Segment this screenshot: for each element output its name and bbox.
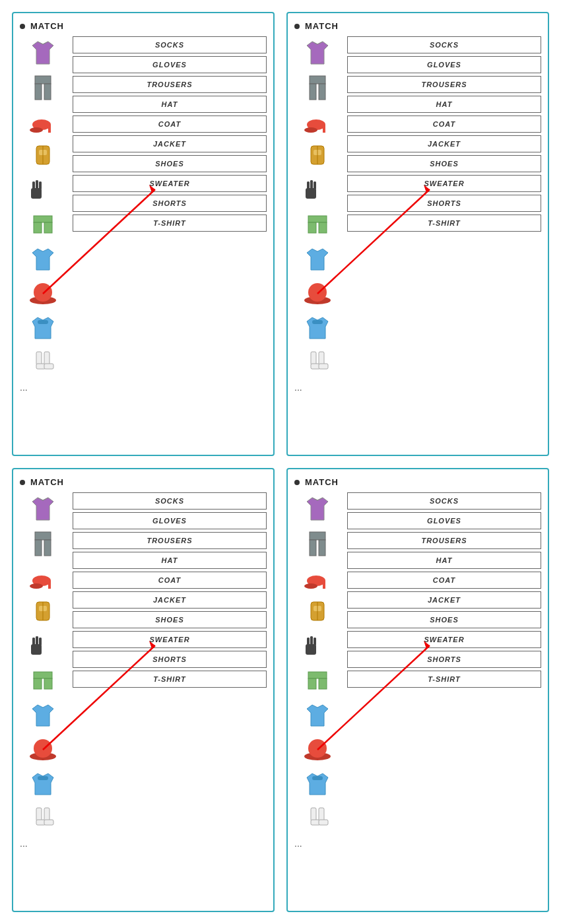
svg-rect-27: [38, 320, 48, 324]
clothing-item-2: [298, 561, 337, 595]
clothing-item-4: [298, 174, 337, 208]
clothing-item-8: [23, 311, 63, 345]
svg-rect-41: [323, 125, 325, 133]
svg-rect-52: [310, 180, 313, 189]
word-box-8[interactable]: SHORTS: [73, 651, 267, 668]
word-box-7[interactable]: SWEATER: [73, 175, 267, 192]
clothing-item-4: [298, 630, 337, 664]
clothing-item-6: [298, 698, 337, 733]
clothing-item-3: [23, 139, 63, 174]
svg-rect-16: [32, 188, 42, 199]
word-box-4[interactable]: COAT: [347, 572, 541, 589]
bullet: [20, 480, 25, 485]
card-body: SOCKSGLOVESTROUSERSHATCOATJACKETSHOESSWE…: [20, 492, 267, 836]
svg-point-25: [34, 283, 52, 302]
word-box-6[interactable]: SHOES: [347, 155, 541, 172]
svg-point-8: [30, 127, 43, 133]
word-box-6[interactable]: SHOES: [73, 155, 267, 172]
match-label: MATCH: [305, 477, 339, 487]
word-box-3[interactable]: HAT: [347, 552, 541, 569]
svg-rect-18: [36, 180, 38, 189]
word-box-0[interactable]: SOCKS: [73, 492, 267, 510]
svg-rect-53: [307, 182, 310, 189]
clothing-item-8: [298, 311, 337, 345]
svg-rect-130: [311, 808, 316, 821]
svg-point-110: [304, 583, 317, 589]
svg-point-93: [34, 739, 52, 758]
svg-point-76: [30, 583, 43, 589]
svg-rect-71: [35, 532, 51, 540]
clothing-item-1: [298, 71, 337, 105]
svg-rect-105: [310, 532, 325, 540]
word-box-6[interactable]: SHOES: [347, 611, 541, 628]
svg-rect-96: [36, 808, 42, 821]
svg-rect-73: [44, 540, 51, 556]
word-box-2[interactable]: TROUSERS: [347, 76, 541, 93]
svg-rect-133: [319, 820, 328, 825]
svg-rect-75: [48, 581, 51, 589]
ellipsis: ...: [20, 838, 267, 849]
svg-rect-132: [319, 808, 324, 821]
word-box-9[interactable]: T-SHIRT: [347, 671, 541, 688]
svg-rect-98: [44, 808, 50, 821]
word-box-5[interactable]: JACKET: [347, 591, 541, 609]
word-box-7[interactable]: SWEATER: [73, 631, 267, 648]
word-box-7[interactable]: SWEATER: [347, 175, 541, 192]
svg-rect-109: [323, 581, 325, 589]
page-container: MATCHSOCKSGLOVESTROUSERSHATCOATJACKETSHO…: [0, 0, 561, 924]
card-body: SOCKSGLOVESTROUSERSHATCOATJACKETSHOESSWE…: [294, 36, 541, 380]
word-box-5[interactable]: JACKET: [73, 591, 267, 609]
word-box-3[interactable]: HAT: [73, 96, 267, 113]
word-box-0[interactable]: SOCKS: [347, 492, 541, 510]
svg-marker-0: [32, 42, 53, 64]
word-box-0[interactable]: SOCKS: [347, 36, 541, 53]
word-box-4[interactable]: COAT: [347, 116, 541, 133]
word-box-4[interactable]: COAT: [73, 572, 267, 589]
bullet: [20, 24, 25, 29]
word-box-2[interactable]: TROUSERS: [73, 76, 267, 93]
svg-rect-122: [308, 672, 327, 678]
word-box-8[interactable]: SHORTS: [73, 195, 267, 212]
word-box-9[interactable]: T-SHIRT: [73, 671, 267, 688]
svg-rect-99: [44, 820, 53, 825]
svg-marker-91: [32, 705, 53, 726]
word-box-2[interactable]: TROUSERS: [347, 532, 541, 549]
word-box-5[interactable]: JACKET: [347, 135, 541, 152]
word-box-5[interactable]: JACKET: [73, 135, 267, 152]
word-box-4[interactable]: COAT: [73, 116, 267, 133]
svg-rect-3: [35, 76, 51, 84]
word-box-3[interactable]: HAT: [73, 552, 267, 569]
word-box-9[interactable]: T-SHIRT: [73, 214, 267, 232]
word-box-7[interactable]: SWEATER: [347, 631, 541, 648]
svg-rect-88: [34, 672, 52, 678]
clothing-item-1: [23, 71, 63, 105]
card-header: MATCH: [20, 21, 267, 31]
word-box-8[interactable]: SHORTS: [347, 195, 541, 212]
svg-marker-23: [32, 249, 53, 270]
word-box-3[interactable]: HAT: [347, 96, 541, 113]
word-box-8[interactable]: SHORTS: [347, 651, 541, 668]
clothing-item-6: [23, 698, 63, 733]
word-box-1[interactable]: GLOVES: [73, 512, 267, 529]
word-box-9[interactable]: T-SHIRT: [347, 214, 541, 232]
clothing-item-8: [23, 767, 63, 801]
card-header: MATCH: [20, 477, 267, 487]
word-box-0[interactable]: SOCKS: [73, 36, 267, 53]
clothing-item-8: [298, 767, 337, 801]
word-box-1[interactable]: GLOVES: [347, 56, 541, 73]
svg-rect-5: [44, 84, 51, 100]
word-box-1[interactable]: GLOVES: [347, 512, 541, 529]
ellipsis: ...: [294, 382, 541, 393]
clothing-item-5: [298, 208, 337, 242]
svg-rect-86: [36, 636, 38, 645]
word-box-2[interactable]: TROUSERS: [73, 532, 267, 549]
word-box-1[interactable]: GLOVES: [73, 56, 267, 73]
svg-rect-17: [39, 182, 42, 189]
card-header: MATCH: [294, 21, 541, 31]
svg-rect-107: [319, 540, 325, 556]
word-box-6[interactable]: SHOES: [73, 611, 267, 628]
clothing-item-0: [298, 36, 337, 71]
clothing-item-4: [23, 630, 63, 664]
svg-rect-120: [310, 636, 313, 645]
bullet: [294, 480, 300, 485]
